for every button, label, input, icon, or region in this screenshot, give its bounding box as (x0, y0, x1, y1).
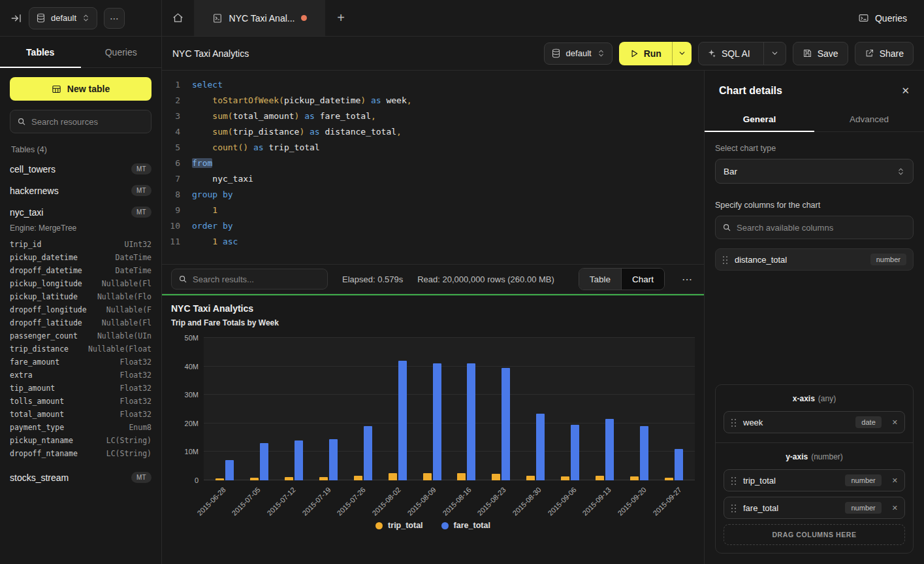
column-item-distance_total[interactable]: distance_totalnumber (715, 248, 914, 271)
sidebar-tab-tables[interactable]: Tables (0, 37, 81, 67)
schema-column-passenger_count[interactable]: passenger_countNullable(UIn (10, 329, 151, 342)
schema-column-tolls_amount[interactable]: tolls_amountFloat32 (10, 395, 151, 408)
bar-fare_total[interactable] (364, 426, 372, 480)
tab-general[interactable]: General (705, 107, 814, 131)
tab-advanced[interactable]: Advanced (814, 107, 924, 131)
schema-column-total_amount[interactable]: total_amountFloat32 (10, 408, 151, 421)
schema-column-dropoff_datetime[interactable]: dropoff_datetimeDateTime (10, 264, 151, 277)
bar-fare_total[interactable] (640, 426, 648, 480)
code-line[interactable]: sum(total_amount) as fare_total, (192, 108, 704, 124)
drag-handle-icon[interactable] (731, 504, 737, 512)
run-button[interactable]: Run (619, 42, 672, 65)
remove-icon[interactable]: ✕ (892, 418, 898, 427)
schema-column-fare_amount[interactable]: fare_amountFloat32 (10, 356, 151, 369)
code-line[interactable]: count() as trip_total (192, 140, 704, 156)
bar-trip_total[interactable] (492, 474, 500, 480)
table-row-cell_towers[interactable]: cell_towersMT (10, 158, 151, 180)
bar-trip_total[interactable] (423, 473, 432, 480)
schema-column-pickup_ntaname[interactable]: pickup_ntanameLC(String) (10, 434, 151, 447)
code-line[interactable]: 1 (192, 203, 704, 218)
schema-column-extra[interactable]: extraFloat32 (10, 369, 151, 382)
share-button[interactable]: Share (855, 42, 914, 65)
sidebar-search-input[interactable] (31, 117, 144, 127)
column-item-fare_total[interactable]: fare_totalnumber✕ (724, 497, 905, 519)
bar-fare_total[interactable] (260, 443, 268, 480)
code-line[interactable]: nyc_taxi (192, 171, 704, 187)
tab-nyc-taxi-analytics[interactable]: NYC Taxi Anal... (195, 0, 325, 36)
new-tab-button[interactable]: + (325, 0, 357, 36)
code-line[interactable]: from (192, 156, 704, 171)
table-view-button[interactable]: Table (579, 269, 621, 290)
column-name: pickup_ntaname (10, 436, 73, 445)
home-tab[interactable] (162, 0, 195, 36)
new-table-button[interactable]: New table (10, 77, 151, 101)
table-row-nyc_taxi[interactable]: nyc_taxiMT (10, 201, 151, 223)
drag-handle-icon[interactable] (722, 256, 728, 264)
schema-column-trip_id[interactable]: trip_idUInt32 (10, 238, 151, 251)
column-name: fare_amount (10, 357, 59, 367)
bar-fare_total[interactable] (398, 361, 407, 480)
schema-column-trip_distance[interactable]: trip_distanceNullable(Float (10, 342, 151, 356)
code-line[interactable]: select (192, 77, 704, 93)
collapse-sidebar-icon[interactable] (10, 12, 22, 24)
schema-column-dropoff_ntaname[interactable]: dropoff_ntanameLC(String) (10, 447, 151, 460)
drag-handle-icon[interactable] (731, 418, 737, 427)
table-grid-icon (52, 84, 61, 94)
bar-fare_total[interactable] (502, 368, 510, 480)
code-line[interactable]: sum(trip_distance) as distance_total, (192, 124, 704, 140)
schema-column-tip_amount[interactable]: tip_amountFloat32 (10, 382, 151, 395)
bar-fare_total[interactable] (571, 425, 579, 480)
schema-column-pickup_datetime[interactable]: pickup_datetimeDateTime (10, 251, 151, 264)
engine-badge: MT (131, 185, 151, 196)
remove-icon[interactable]: ✕ (892, 504, 898, 512)
results-more-button[interactable]: ⋯ (679, 273, 695, 286)
query-database-selector[interactable]: default (544, 42, 613, 65)
column-item-week[interactable]: weekdate✕ (724, 411, 905, 433)
close-icon[interactable]: ✕ (901, 85, 910, 97)
code-line[interactable]: order by (192, 218, 704, 234)
sql-ai-button[interactable]: SQL AI (699, 42, 758, 65)
more-options-button[interactable]: ⋯ (104, 8, 125, 29)
column-type: Nullable(Float (88, 344, 151, 354)
legend-fare_total[interactable]: fare_total (441, 521, 490, 530)
schema-column-pickup_longitude[interactable]: pickup_longitudeNullable(Fl (10, 277, 151, 290)
schema-column-payment_type[interactable]: payment_typeEnum8 (10, 421, 151, 434)
legend-trip_total[interactable]: trip_total (375, 521, 422, 530)
bar-trip_total[interactable] (526, 476, 535, 480)
bar-trip_total[interactable] (389, 473, 397, 480)
bar-fare_total[interactable] (675, 449, 683, 480)
schema-column-dropoff_longitude[interactable]: dropoff_longitudeNullable(F (10, 303, 151, 316)
bar-fare_total[interactable] (329, 439, 338, 480)
sidebar-tab-queries[interactable]: Queries (81, 37, 162, 67)
bar-fare_total[interactable] (433, 363, 441, 480)
code-line[interactable]: 1 asc (192, 234, 704, 250)
bar-fare_total[interactable] (536, 414, 545, 480)
drop-zone[interactable]: DRAG COLUMNS HERE (724, 524, 905, 545)
queries-button[interactable]: Queries (858, 12, 907, 24)
drag-handle-icon[interactable] (731, 476, 737, 485)
bar-fare_total[interactable] (605, 419, 614, 480)
results-search-input[interactable] (193, 274, 321, 284)
run-dropdown-button[interactable] (672, 42, 692, 65)
bar-fare_total[interactable] (467, 363, 475, 480)
schema-column-pickup_latitude[interactable]: pickup_latitudeNullable(Flo (10, 290, 151, 303)
table-row-stocks_stream[interactable]: stocks_streamMT (10, 467, 151, 488)
remove-icon[interactable]: ✕ (892, 476, 898, 485)
schema-column-dropoff_latitude[interactable]: dropoff_latitudeNullable(Fl (10, 316, 151, 329)
code-area[interactable]: select toStartOfWeek(pickup_datetime) as… (192, 77, 704, 264)
table-row-hackernews[interactable]: hackernewsMT (10, 180, 151, 201)
database-selector[interactable]: default (29, 7, 97, 29)
save-button[interactable]: Save (793, 42, 848, 65)
column-item-trip_total[interactable]: trip_totalnumber✕ (724, 469, 905, 491)
code-line[interactable]: toStartOfWeek(pickup_datetime) as week, (192, 93, 704, 108)
sql-editor[interactable]: 1234567891011 select toStartOfWeek(picku… (162, 71, 704, 264)
columns-search-input[interactable] (737, 223, 906, 233)
chart-view-button[interactable]: Chart (621, 269, 664, 290)
bar-trip_total[interactable] (457, 473, 466, 480)
chart-type-select[interactable]: Bar (715, 159, 914, 184)
column-type: Float32 (120, 357, 151, 367)
code-line[interactable]: group by (192, 187, 704, 203)
bar-fare_total[interactable] (225, 460, 234, 480)
bar-fare_total[interactable] (295, 440, 303, 480)
sql-ai-dropdown-button[interactable] (763, 42, 786, 65)
